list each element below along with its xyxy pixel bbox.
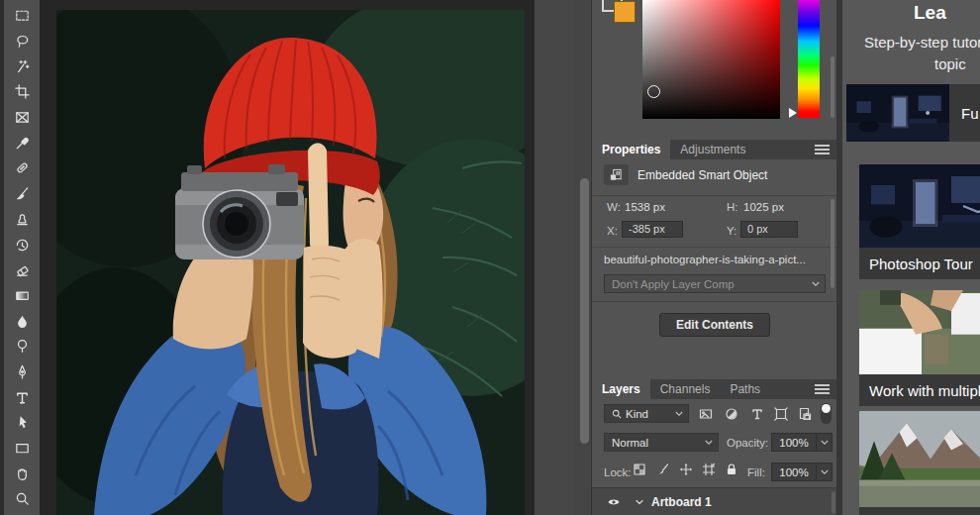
zoom-tool[interactable]: [4, 486, 40, 512]
chevron-down-icon[interactable]: [630, 492, 649, 512]
fill-value[interactable]: 100%: [772, 464, 816, 480]
opacity-control[interactable]: 100%: [771, 433, 833, 452]
brush-tool[interactable]: [4, 181, 40, 207]
layer-row-artboard-1[interactable]: Artboard 1: [592, 487, 837, 515]
pen-tool[interactable]: [4, 360, 40, 385]
opacity-value[interactable]: 100%: [772, 434, 816, 451]
photoshop-window: Properties Adjustments Embedded Smart Ob…: [0, 0, 980, 515]
fill-label: Fill:: [747, 466, 765, 478]
lock-paint-icon[interactable]: [653, 460, 673, 479]
tutorial-card-photoshop-tour[interactable]: Photoshop Tour: [859, 164, 980, 279]
learn-subtitle-line1: Step-by-step tutor: [864, 34, 980, 51]
filter-toggle[interactable]: [821, 403, 832, 424]
spot-healing-brush-tool[interactable]: [4, 155, 40, 181]
y-position-input[interactable]: 0 px: [740, 221, 798, 238]
tutorial-card-work-with-multiple[interactable]: Work with multiple: [859, 290, 980, 406]
tutorial-card-title: [859, 507, 980, 515]
tools-toolbar: [0, 0, 40, 515]
tab-channels[interactable]: Channels: [650, 379, 721, 399]
hue-slider[interactable]: [798, 0, 820, 118]
visibility-eye-icon[interactable]: [604, 492, 624, 512]
fill-control[interactable]: 100%: [771, 463, 833, 481]
frame-tool[interactable]: [4, 105, 40, 131]
layers-scrollbar[interactable]: [832, 491, 835, 514]
eraser-tool[interactable]: [4, 258, 40, 283]
crop-tool[interactable]: [4, 79, 40, 105]
tab-layers[interactable]: Layers: [592, 379, 650, 399]
tutorial-card-title: Fu: [961, 105, 979, 122]
learn-panel: Lea Step-by-step tutor topic Fu: [842, 0, 980, 515]
filter-kind-dropdown[interactable]: Kind: [604, 404, 689, 423]
hue-slider-arrow[interactable]: [789, 108, 797, 118]
kind-label: Kind: [626, 408, 648, 420]
chevron-down-icon[interactable]: [816, 464, 832, 480]
background-color-swatch[interactable]: [614, 1, 636, 23]
lock-transparency-icon[interactable]: [630, 460, 649, 479]
y-label: Y:: [727, 225, 736, 237]
lock-all-icon[interactable]: [722, 460, 741, 479]
quick-selection-tool[interactable]: [4, 53, 40, 79]
rectangle-tool[interactable]: [4, 436, 40, 462]
blur-tool[interactable]: [4, 308, 40, 334]
tutorial-card-title: Work with multiple: [859, 374, 980, 406]
layer-comp-value: Don't Apply Layer Comp: [612, 278, 735, 290]
tab-paths[interactable]: Paths: [720, 379, 770, 399]
filter-image-icon[interactable]: [696, 404, 716, 424]
history-brush-tool[interactable]: [4, 232, 40, 258]
gradient-tool[interactable]: [4, 283, 40, 309]
search-icon: [612, 409, 622, 419]
tutorial-thumbnail-dark-room: [846, 84, 949, 142]
tutorial-thumbnail-hands-photos: [859, 290, 980, 374]
filter-type-icon[interactable]: [747, 404, 767, 424]
height-value: 1025 px: [743, 201, 784, 213]
saturation-brightness-field[interactable]: [642, 0, 780, 119]
lock-label: Lock:: [604, 466, 632, 478]
x-position-input[interactable]: -385 px: [622, 221, 683, 238]
edit-contents-button[interactable]: Edit Contents: [659, 313, 770, 337]
tutorial-card-fundamentals[interactable]: Fu: [846, 84, 980, 142]
opacity-label: Opacity:: [727, 437, 768, 449]
dodge-tool[interactable]: [4, 334, 40, 360]
layer-comp-dropdown[interactable]: Don't Apply Layer Comp: [604, 274, 826, 293]
clone-stamp-tool[interactable]: [4, 207, 40, 233]
properties-menu-icon[interactable]: [815, 149, 830, 151]
learn-subtitle-line2: topic: [934, 55, 966, 72]
canvas-vertical-scrollbar[interactable]: [580, 178, 589, 444]
smart-object-icon: [604, 164, 629, 185]
photo-woman-with-camera: [56, 10, 525, 515]
hand-tool[interactable]: [4, 461, 40, 486]
chevron-down-icon[interactable]: [816, 434, 832, 451]
layers-menu-icon[interactable]: [815, 388, 830, 390]
tutorial-card-bottom[interactable]: [859, 411, 980, 515]
document-photo[interactable]: [56, 10, 525, 515]
width-label: W:: [607, 201, 621, 213]
filter-adjustment-icon[interactable]: [722, 404, 741, 424]
lock-artboard-icon[interactable]: [699, 460, 719, 479]
layers-panel: Layers Channels Paths Kind: [592, 379, 837, 515]
eyedropper-tool[interactable]: [4, 130, 40, 155]
properties-scrollbar[interactable]: [831, 199, 834, 288]
x-label: X:: [607, 225, 618, 237]
properties-tabbar: Properties Adjustments: [592, 140, 837, 159]
layer-name[interactable]: Artboard 1: [651, 495, 712, 509]
path-selection-tool[interactable]: [4, 410, 40, 436]
panel-column: Properties Adjustments Embedded Smart Ob…: [591, 0, 836, 515]
chevron-down-icon: [705, 440, 713, 446]
rectangular-marquee-tool[interactable]: [4, 3, 40, 29]
color-panel-scrollbar[interactable]: [831, 56, 834, 118]
tab-adjustments[interactable]: Adjustments: [670, 140, 755, 159]
type-tool[interactable]: [4, 384, 40, 410]
lock-move-icon[interactable]: [676, 460, 696, 479]
tutorial-thumbnail-dark-room: [859, 164, 980, 248]
filter-smart-object-icon[interactable]: [795, 404, 815, 424]
learn-title: Lea: [914, 2, 946, 24]
color-field-cursor[interactable]: [647, 85, 660, 98]
tutorial-card-title: Photoshop Tour: [859, 248, 980, 279]
blend-mode-dropdown[interactable]: Normal: [604, 433, 719, 452]
filter-frame-icon[interactable]: [771, 404, 791, 424]
tutorial-thumbnail-mountain-lake: [859, 411, 980, 507]
layers-tabbar: Layers Channels Paths: [592, 379, 837, 399]
lasso-tool[interactable]: [4, 29, 40, 54]
tab-properties[interactable]: Properties: [592, 140, 670, 159]
chevron-down-icon: [812, 281, 820, 287]
